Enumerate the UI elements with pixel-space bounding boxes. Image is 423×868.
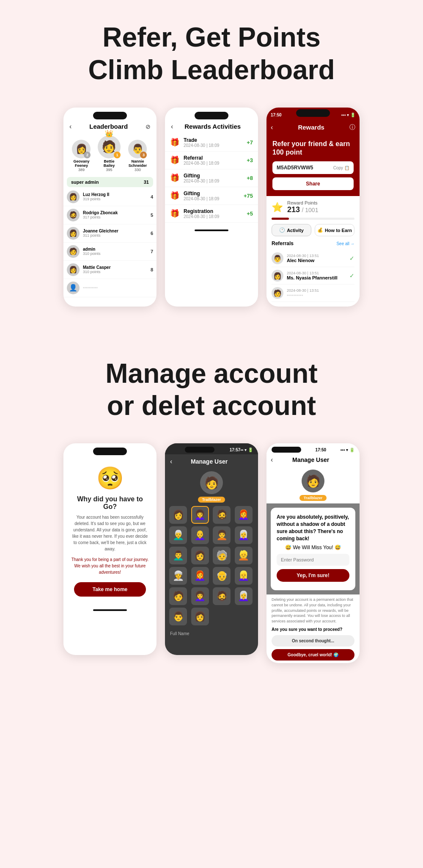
delete-info-section: Deleting your account is a permanent act… [266, 594, 360, 663]
lb-user-info: Mattie Casper 310 points [83, 265, 148, 274]
avatar-option[interactable]: 👩‍🦰 [191, 567, 209, 585]
phones-row-1: ‹ Leaderboard ⊘ 👩2 Geovany Feeney 389 🧑 … [0, 99, 423, 332]
reward-points-row: ⭐ Reward Points 213 / 1001 [272, 200, 354, 214]
lb-avatar: 👩 [67, 263, 80, 276]
podium-name-2: Geovany Feeney [68, 159, 95, 168]
lb-user-info: •••••••••• [83, 285, 153, 290]
phone-rewards-activities: ‹ Rewards Activities 🎁 Trade 2024-08-30 … [165, 108, 258, 307]
referral-item-partial: 🧑 2024-08-30 | 13:51 •••••••••• [272, 285, 354, 302]
avatar-option[interactable]: 🧔 [213, 587, 231, 605]
lb-rank: 6 [151, 231, 153, 236]
hero-title-1: Refer, Get Points Climb Leaderboard [8, 21, 415, 86]
lb-username: Rodrigo Zboncak [83, 210, 148, 215]
phone-account-deleted: 🥺 Why did you have to Go? Your account h… [63, 443, 157, 655]
avatar-option[interactable]: 🧑 [169, 587, 187, 605]
lb-rank: 4 [151, 194, 153, 199]
activity-info: Gifting 2024-08-30 | 18:09 [184, 173, 247, 183]
leaderboard-podium: 👩2 Geovany Feeney 389 🧑 👑 1 Bettie Baile… [63, 133, 157, 176]
copy-button[interactable]: Copy 📋 [333, 166, 349, 170]
delete-description: Deleting your account is a permanent act… [272, 597, 354, 624]
tab-how-to-earn[interactable]: 💰 How to Earn [315, 224, 354, 236]
activity-item: 🎁 Registration 2024-08-30 | 18:09 +5 [165, 205, 258, 223]
avatar-option[interactable]: 👱 [235, 547, 253, 564]
second-thought-button[interactable]: On second thought... [272, 635, 354, 647]
avatar-option[interactable]: 👱‍♀️ [235, 567, 253, 585]
status-bar: 17:50 ▪▪▪ ▾ 🔋 [266, 443, 360, 454]
filter-icon[interactable]: ⊘ [146, 123, 151, 130]
podium-avatar-2: 👩2 [72, 140, 91, 158]
modal-emoji: 😅 We Will Miss You! 😅 [277, 545, 349, 550]
hero-title-2: Manage account or delet account [8, 357, 415, 423]
rank-badge-1: 1 [114, 152, 121, 158]
confirm-delete-button[interactable]: Yep, I'm sure! [277, 569, 349, 582]
ref-avatar: 👨 [272, 252, 283, 264]
podium-item-2: 👩2 Geovany Feeney 389 [68, 140, 95, 172]
lb-user-info: Rodrigo Zboncak 317 points [83, 210, 148, 219]
modal-title: Are you absolutely, positively, without … [277, 514, 349, 542]
avatar-option[interactable]: 🧓 [213, 547, 231, 564]
rank-badge-3: 3 [140, 152, 147, 158]
avatar-option[interactable]: 🧑‍🦱 [213, 526, 231, 544]
avatar-option[interactable]: 👴 [213, 567, 231, 585]
deleted-desc: Your account has been successfully delet… [70, 514, 150, 552]
status-bar: 17:50 ▪▪▪ ▾ 🔋 [266, 108, 360, 122]
notch [272, 447, 301, 453]
lb-list-item-partial: 👤 •••••••••• [63, 279, 157, 297]
tab-activity-label: Activity [287, 228, 304, 233]
phone-manage-user: 17:57 ▪▪ ▾ 🔋 ‹ Manage User 🧑 Trailblazer… [165, 443, 258, 655]
status-icons: ▪▪ ▾ 🔋 [240, 448, 253, 452]
activity-type: Gifting [184, 173, 247, 179]
notch [195, 112, 228, 119]
account-deleted-body: 🥺 Why did you have to Go? Your account h… [63, 459, 157, 603]
manage-avatar: 🧑 [200, 471, 223, 494]
avatar-option[interactable]: 👩 [191, 608, 209, 625]
leaderboard-title: Leaderboard [71, 123, 146, 130]
rewards-activities-header: ‹ Rewards Activities [165, 121, 258, 134]
take-me-home-button[interactable]: Take me home [74, 582, 146, 597]
ref-date: 2024-08-30 | 13:51 [287, 254, 349, 258]
avatar-option[interactable]: 👳 [169, 567, 187, 585]
activity-type: Registration [184, 208, 247, 214]
see-all-button[interactable]: See all → [336, 241, 354, 246]
rewards-hero: Refer your friend & earn 100 point M5AD5… [266, 135, 360, 196]
avatar-option[interactable]: 👨‍🦱 [169, 547, 187, 564]
activity-icon: 🎁 [170, 155, 179, 165]
activity-item: 🎁 Gifting 2024-08-30 | 18:09 +8 [165, 169, 258, 187]
delete-confirm-modal: Are you absolutely, positively, without … [271, 508, 355, 590]
activity-date: 2024-08-30 | 18:09 [184, 179, 247, 183]
share-button[interactable]: Share [272, 177, 354, 190]
points-total: / 1001 [302, 207, 319, 213]
reward-points-value: 213 / 1001 [287, 205, 318, 214]
avatar-option[interactable]: 🧔 [213, 506, 231, 524]
activity-tabs[interactable]: 🕐 Activity 💰 How to Earn [272, 224, 354, 236]
avatar-option[interactable]: 👩 [191, 547, 209, 564]
activity-icon: 🎁 [170, 173, 179, 182]
avatar-option[interactable]: 👩‍🦱 [191, 587, 209, 605]
activity-type: Referral [184, 155, 247, 161]
activity-points: +3 [247, 157, 253, 163]
info-icon[interactable]: ⓘ [349, 124, 355, 131]
avatar-option[interactable]: 👨 [169, 608, 187, 625]
avatar-option[interactable]: 👩‍🦲 [191, 526, 209, 544]
avatar-option[interactable]: 👩‍🦱 [191, 506, 209, 524]
referral-item: 👩 2024-08-30 | 13:51 Ms. Nyasia Pfanners… [272, 267, 354, 285]
crown-icon: 👑 [105, 130, 113, 138]
avatar-option[interactable]: 👩‍🦰 [235, 506, 253, 524]
password-input[interactable] [277, 554, 349, 566]
avatar-option[interactable]: 👩‍🦳 [235, 526, 253, 544]
reward-points-info: Reward Points 213 / 1001 [287, 200, 318, 214]
notch [296, 109, 330, 117]
lb-list-item: 👩 Luz Herzog II 319 points 4 [63, 188, 157, 206]
goodbye-button[interactable]: Goodbye, cruel world! 🌍 [272, 649, 354, 661]
star-icon: ⭐ [272, 202, 283, 213]
clock-icon: 🕐 [279, 227, 285, 233]
deleted-thanks: Thank you for being a part of our journe… [70, 556, 150, 575]
lb-user-info: admin 310 points [83, 247, 148, 256]
avatar-option[interactable]: 👩‍🦳 [235, 587, 253, 605]
tab-activity[interactable]: 🕐 Activity [272, 224, 311, 236]
lb-avatar: 🧔 [67, 209, 80, 221]
rank-badge-2: 2 [84, 152, 91, 158]
manage-user-header-6: ‹ Manage User [266, 454, 360, 467]
avatar-option[interactable]: 👩 [169, 506, 187, 524]
avatar-option[interactable]: 👨‍🦳 [169, 526, 187, 544]
